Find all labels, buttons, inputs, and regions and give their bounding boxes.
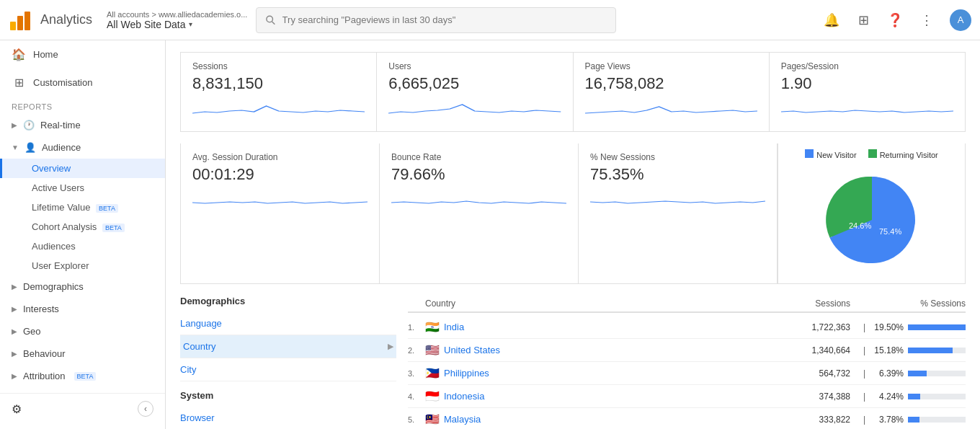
bounce-label: Bounce Rate xyxy=(391,152,566,162)
sidebar-item-realtime[interactable]: ▶ 🕐 Real-time xyxy=(0,114,165,136)
sidebar-item-customisation[interactable]: ⊞ Customisation xyxy=(0,68,165,97)
flag-icon: 🇵🇭 xyxy=(425,366,440,380)
topbar-right: 🔔 ⊞ ❓ ⋮ A xyxy=(823,9,971,31)
right-panel: Country Sessions % Sessions 1. 🇮🇳 India … xyxy=(408,296,966,429)
pageviews-value: 16,758,082 xyxy=(585,74,757,93)
bar-separator: | xyxy=(863,345,865,355)
svg-point-3 xyxy=(267,16,273,22)
audience-icon: 👤 xyxy=(24,142,36,153)
avatar[interactable]: A xyxy=(950,9,971,31)
country-name[interactable]: Indonesia xyxy=(444,391,764,402)
country-name[interactable]: Philippines xyxy=(444,368,764,379)
sidebar-item-user-explorer[interactable]: User Explorer xyxy=(0,256,165,275)
flag-icon: 🇮🇩 xyxy=(425,389,440,403)
apps-icon[interactable]: ⊞ xyxy=(855,12,872,29)
system-browser[interactable]: Browser xyxy=(180,407,396,429)
more-options-icon[interactable]: ⋮ xyxy=(918,12,935,29)
pages-session-sparkline xyxy=(781,99,953,120)
bounce-value: 79.66% xyxy=(391,165,566,184)
pageviews-sparkline xyxy=(585,99,757,120)
sidebar-item-interests[interactable]: ▶ Interests xyxy=(0,298,165,320)
pages-session-label: Pages/Session xyxy=(781,61,953,71)
bar-wrap xyxy=(908,394,966,399)
new-sessions-sparkline xyxy=(590,190,765,211)
sessions-value: 1,722,363 xyxy=(764,322,850,332)
search-bar[interactable] xyxy=(256,7,616,33)
demo-city[interactable]: City xyxy=(180,358,396,381)
realtime-arrow: ▶ xyxy=(12,121,17,129)
metric-new-sessions: % New Sessions 75.35% xyxy=(579,143,778,283)
geo-arrow: ▶ xyxy=(12,327,17,335)
behaviour-arrow: ▶ xyxy=(12,350,17,358)
collapse-button[interactable]: ‹ xyxy=(138,401,153,417)
pct-container: | 4.24% xyxy=(850,392,966,402)
pct-value: 4.24% xyxy=(871,392,904,402)
app-title: Analytics xyxy=(40,12,92,27)
sessions-col-header: Sessions xyxy=(764,298,850,309)
admin-item[interactable]: ⚙ ‹ xyxy=(0,393,165,424)
help-icon[interactable]: ❓ xyxy=(886,12,904,29)
pct-value: 19.50% xyxy=(871,322,904,332)
notifications-icon[interactable]: 🔔 xyxy=(823,12,840,29)
analytics-logo xyxy=(9,9,32,32)
pct-value: 15.18% xyxy=(871,345,904,355)
new-pct-label: 75.4% xyxy=(879,227,901,236)
sidebar-item-audience[interactable]: ▼ 👤 Audience xyxy=(0,136,165,159)
left-panel: Demographics Language Country ▶ City Sys… xyxy=(180,296,396,429)
avg-session-value: 00:01:29 xyxy=(192,165,368,184)
customisation-icon: ⊞ xyxy=(12,76,26,89)
demo-language[interactable]: Language xyxy=(180,312,396,335)
table-row: 3. 🇵🇭 Philippines 564,732 | 6.39% xyxy=(408,362,966,385)
attribution-beta: BETA xyxy=(74,372,97,381)
sidebar-item-lifetime-value[interactable]: Lifetime Value BETA xyxy=(0,198,165,217)
sessions-value: 1,340,664 xyxy=(764,345,850,355)
home-icon: 🏠 xyxy=(12,48,26,61)
sidebar-item-behaviour[interactable]: ▶ Behaviour xyxy=(0,342,165,365)
pie-chart: 24.6% 75.4% xyxy=(784,162,959,278)
bar-fill xyxy=(908,371,927,376)
country-arrow: ▶ xyxy=(388,342,393,351)
sidebar-item-audiences[interactable]: Audiences xyxy=(0,236,165,256)
sidebar-item-overview[interactable]: Overview xyxy=(0,159,165,178)
sidebar-item-active-users[interactable]: Active Users xyxy=(0,178,165,198)
bar-separator: | xyxy=(863,392,865,402)
country-name[interactable]: Malaysia xyxy=(444,414,764,425)
bar-wrap xyxy=(908,324,966,330)
demo-country[interactable]: Country ▶ xyxy=(180,335,396,358)
sidebar-item-geo[interactable]: ▶ Geo xyxy=(0,320,165,342)
sidebar-item-cohort-analysis[interactable]: Cohort Analysis BETA xyxy=(0,217,165,236)
search-input[interactable] xyxy=(282,14,607,25)
flag-icon: 🇲🇾 xyxy=(425,412,440,426)
admin-icon: ⚙ xyxy=(12,402,22,416)
pct-container: | 19.50% xyxy=(850,322,966,332)
account-selector[interactable]: All Web Site Data ▾ xyxy=(107,19,247,30)
bar-separator: | xyxy=(863,415,865,425)
pie-chart-container: New Visitor Returning Visitor xyxy=(778,143,965,283)
audience-arrow: ▼ xyxy=(12,143,19,151)
interests-arrow: ▶ xyxy=(12,305,17,313)
country-name[interactable]: India xyxy=(444,322,764,332)
sidebar-item-demographics[interactable]: ▶ Demographics xyxy=(0,275,165,298)
country-name[interactable]: United States xyxy=(444,345,764,355)
country-table-header: Country Sessions % Sessions xyxy=(408,296,966,313)
users-value: 6,665,025 xyxy=(388,74,561,93)
sessions-value: 564,732 xyxy=(764,368,850,379)
pages-session-value: 1.90 xyxy=(781,74,953,93)
cohort-beta: BETA xyxy=(102,224,125,232)
rank-num: 4. xyxy=(408,392,425,401)
bar-wrap xyxy=(908,348,966,353)
main-area: 🏠 Home ⊞ Customisation REPORTS ▶ 🕐 Real-… xyxy=(0,40,980,429)
country-table: Country Sessions % Sessions 1. 🇮🇳 India … xyxy=(408,296,966,429)
returning-pct-label: 24.6% xyxy=(849,221,871,230)
legend-new-visitor: New Visitor xyxy=(805,149,856,159)
sidebar-item-attribution[interactable]: ▶ Attribution BETA xyxy=(0,365,165,387)
users-label: Users xyxy=(388,61,561,71)
bar-fill xyxy=(908,348,953,353)
sidebar-item-home[interactable]: 🏠 Home xyxy=(0,40,165,68)
new-visitor-color xyxy=(805,149,814,158)
attribution-arrow: ▶ xyxy=(12,372,17,380)
bar-wrap xyxy=(908,417,966,423)
svg-rect-2 xyxy=(24,12,30,30)
table-row: 1. 🇮🇳 India 1,722,363 | 19.50% xyxy=(408,316,966,339)
metric-sessions: Sessions 8,831,150 xyxy=(181,53,377,131)
